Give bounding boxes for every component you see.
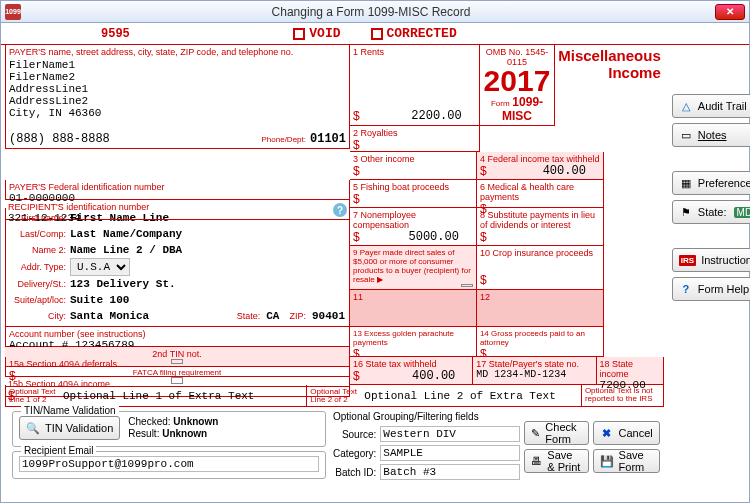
tax-year: 2017 (483, 67, 552, 95)
misc-income-label: Miscellaneous Income (558, 47, 661, 81)
payer-name1: FilerName1 (9, 59, 346, 71)
payer-header-label: PAYER'S name, street address, city, stat… (9, 47, 346, 57)
payer-name2: FilerName2 (9, 71, 346, 83)
payer-addr1: AddressLine1 (9, 83, 346, 95)
question-icon: ? (679, 282, 693, 296)
tin-validation-button[interactable]: 🔍 TIN Validation (19, 416, 120, 440)
disk-icon: 💾 (600, 454, 614, 468)
category-input[interactable] (380, 445, 520, 461)
void-checkbox[interactable]: VOID (293, 26, 340, 41)
cancel-button[interactable]: ✖Cancel (593, 421, 660, 445)
check-form-button[interactable]: ✎Check Form (524, 421, 588, 445)
box16-label: 16 State tax withheld (353, 359, 469, 369)
form-help-button[interactable]: ?Form Help (672, 277, 750, 301)
preferences-button[interactable]: ▦Preferences (672, 171, 750, 195)
box18-label: 18 State income (600, 359, 660, 379)
source-label: Source: (333, 429, 376, 440)
top-strip: 9595 VOID CORRECTED (1, 23, 749, 45)
irs-icon: IRS (679, 255, 696, 266)
box4-value[interactable]: 400.00 (487, 164, 600, 178)
opt-note: Optional Text is not reported to the IRS (585, 387, 660, 403)
suite-label: Suite/apt/loc: (10, 295, 66, 305)
state-value[interactable]: CA (266, 310, 279, 322)
phonedept-label: Phone/Dept: (262, 135, 306, 144)
addrtype-select[interactable]: U.S.A. (70, 258, 130, 276)
opt2-label: Optional Text Line 2 of 2 (310, 388, 360, 404)
box5-label: 5 Fishing boat proceeds (353, 182, 473, 192)
opt1-value[interactable]: Optional Line 1 of Extra Text (63, 390, 254, 402)
box4-label: 4 Federal income tax withheld (480, 154, 600, 164)
box1-label: 1 Rents (353, 47, 476, 57)
notes-icon: ▭ (679, 128, 693, 142)
addrtype-label: Addr. Type: (10, 262, 66, 272)
name2-value[interactable]: Name Line 2 / DBA (70, 244, 182, 256)
state-label: State: (237, 311, 261, 321)
box9-label: 9 Payer made direct sales of $5,000 or m… (353, 248, 473, 284)
delivery-label: Delivery/St.: (10, 279, 66, 289)
box11-label: 11 (353, 292, 473, 302)
cancel-icon: ✖ (600, 426, 614, 440)
recipient-id[interactable]: 321-12-1234 (8, 212, 346, 224)
help-icon[interactable]: ? (333, 203, 347, 217)
window-title: Changing a Form 1099-MISC Record (27, 5, 715, 19)
grid-icon: ▦ (679, 176, 693, 190)
printer-icon: 🖶 (531, 454, 542, 468)
payer-fedid-label: PAYER'S Federal identification number (9, 182, 346, 192)
suite-value[interactable]: Suite 100 (70, 294, 129, 306)
notes-button[interactable]: ▭Notes (672, 123, 750, 147)
box6-label: 6 Medical & health care payments (480, 182, 600, 202)
opt2-value[interactable]: Optional Line 2 of Extra Text (364, 390, 555, 402)
box17-value[interactable]: MD 1234-MD-1234 (476, 369, 592, 380)
phonedept-value: 01101 (310, 132, 346, 146)
payer-citystate: City, IN 46360 (9, 107, 346, 119)
corrected-checkbox[interactable]: CORRECTED (371, 26, 457, 41)
tin-result: Unknown (162, 428, 207, 439)
box2-label: 2 Royalties (353, 128, 476, 138)
instructions-button[interactable]: IRSInstructions (672, 248, 750, 272)
lastcomp-label: Last/Comp: (10, 229, 66, 239)
source-input[interactable] (380, 426, 520, 442)
zip-label: ZIP: (289, 311, 306, 321)
zip-value[interactable]: 90401 (312, 310, 345, 322)
state-button[interactable]: ⚑State:MD (672, 200, 750, 224)
titlebar: 1099 Changing a Form 1099-MISC Record ✕ (1, 1, 749, 23)
triangle-icon: △ (679, 99, 693, 113)
box9-checkbox[interactable] (461, 284, 473, 287)
recipient-id-label: RECIPIENT'S identification number (8, 202, 346, 212)
city-label: City: (10, 311, 66, 321)
recipient-email-group: Recipient Email (12, 451, 326, 479)
lastcomp-value[interactable]: Last Name/Company (70, 228, 182, 240)
recipient-email-input[interactable] (19, 456, 319, 472)
box14-label: 14 Gross proceeds paid to an attorney (480, 329, 600, 347)
search-icon: 🔍 (26, 421, 40, 435)
opt1-label: Optional Text Line 1 of 2 (9, 388, 59, 404)
flag-icon: ⚑ (679, 205, 693, 219)
batch-label: Batch ID: (333, 467, 376, 478)
grouping-header: Optional Grouping/Filtering fields (333, 407, 520, 426)
payer-addr2: AddressLine2 (9, 95, 346, 107)
batch-input[interactable] (380, 464, 520, 480)
save-form-button[interactable]: 💾Save Form (593, 449, 660, 473)
save-print-button[interactable]: 🖶Save & Print (524, 449, 588, 473)
city-value[interactable]: Santa Monica (70, 310, 149, 322)
name2-label: Name 2: (10, 245, 66, 255)
delivery-value[interactable]: 123 Delivery St. (70, 278, 176, 290)
box1-value[interactable]: 2200.00 (360, 109, 476, 123)
box7-value[interactable]: 5000.00 (360, 230, 473, 244)
box10-label: 10 Crop insurance proceeds (480, 248, 600, 258)
box8-label: 8 Substitute payments in lieu of dividen… (480, 210, 600, 230)
box17-label: 17 State/Payer's state no. (476, 359, 592, 369)
box15a-label: 15a Section 409A deferrals (9, 359, 346, 369)
box12-label: 12 (480, 292, 600, 302)
state-code: MD (734, 207, 750, 218)
app-icon: 1099 (5, 4, 21, 20)
box16-value[interactable]: 400.00 (360, 369, 470, 383)
payer-phone: (888) 888-8888 (9, 132, 110, 146)
close-button[interactable]: ✕ (715, 4, 745, 20)
box13-label: 13 Excess golden parachute payments (353, 329, 473, 347)
category-label: Category: (333, 448, 376, 459)
audit-trail-button[interactable]: △Audit Trail (672, 94, 750, 118)
form-number: 9595 (101, 27, 130, 41)
tin-checked: Unknown (173, 416, 218, 427)
pencil-check-icon: ✎ (531, 426, 540, 440)
